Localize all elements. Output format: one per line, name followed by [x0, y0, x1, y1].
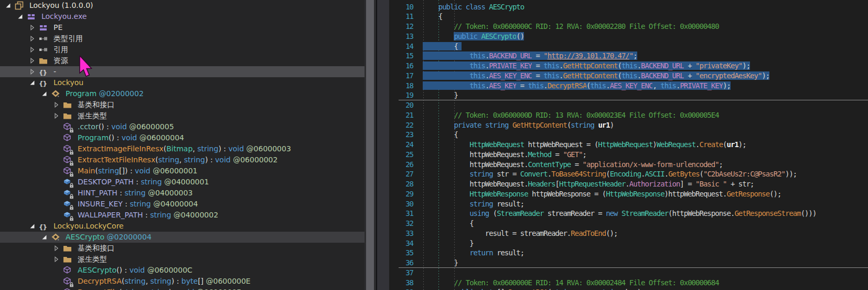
method-private-icon	[63, 144, 72, 153]
tree-row[interactable]: 资源	[0, 55, 365, 66]
code-line[interactable]	[389, 268, 868, 278]
field-private-icon	[63, 189, 72, 198]
code-line method-separator-line[interactable]: }	[389, 90, 868, 100]
assembly-icon	[15, 1, 24, 10]
tree-row[interactable]: ExtractTextFileInResx(string, string) : …	[0, 154, 365, 165]
code-line method-separator-line[interactable]: }	[389, 258, 868, 268]
code-line[interactable]: public class AESCrypto	[389, 2, 868, 12]
code-line[interactable]: this.PRIVATE_KEY = this.GetHttpContent(t…	[389, 61, 868, 71]
tree-row[interactable]: ExtractImageFileInResx(Bitmap, string) :…	[0, 143, 365, 154]
tree-row[interactable]: DecryptRSA(string, string) : byte[] @060…	[0, 276, 365, 287]
code-line[interactable]: this.BACKEND_URL = "http://39.101.170.47…	[389, 51, 868, 61]
tree-item-label: DecryptFile(string, string) : void @0600…	[78, 287, 241, 290]
tree-item-label: DecryptRSA(string, string) : byte[] @060…	[78, 276, 251, 287]
assembly-explorer-panel[interactable]: Lockyou (1.0.0.0)Lockyou.exePE类型引用引用资源{}…	[0, 0, 365, 290]
tree-row[interactable]: {}-	[0, 66, 365, 77]
code-line[interactable]: {	[389, 42, 868, 51]
tree-row[interactable]: Program() : void @06000004	[0, 132, 365, 143]
expander-collapsed-icon[interactable]	[29, 36, 35, 42]
tree-item-label: HINT_PATH : string @04000003	[78, 188, 192, 199]
tree-row[interactable]: Lockyou (1.0.0.0)	[0, 0, 365, 11]
code-line[interactable]: // Token: 0x0600000E RID: 14 RVA: 0x0000…	[389, 278, 868, 288]
expander-open-icon[interactable]	[29, 223, 35, 229]
code-line[interactable]: {	[389, 219, 868, 229]
field-private-icon	[63, 178, 72, 187]
tree-scrollbar-thumb[interactable]	[366, 0, 374, 290]
code-line[interactable]: // Token: 0x0600000C RID: 12 RVA: 0x0000…	[389, 22, 868, 32]
module-icon	[27, 12, 36, 21]
code-line[interactable]: }	[389, 239, 868, 248]
tree-item-label: .cctor() : void @06000005	[78, 121, 174, 132]
code-line[interactable]: {	[389, 130, 868, 140]
tree-row[interactable]: {}Lockyou	[0, 77, 365, 88]
tree-row[interactable]: DESKTOP_PATH : string @04000001	[0, 177, 365, 188]
tree-row[interactable]: .cctor() : void @06000005	[0, 121, 365, 132]
code-line[interactable]: string result;	[389, 199, 868, 209]
breakpoint-glyph-margin[interactable]	[377, 0, 389, 290]
code-line[interactable]: public AESCrypto()	[389, 32, 868, 42]
expander-collapsed-icon[interactable]	[29, 25, 35, 30]
expander-open-icon[interactable]	[5, 3, 11, 8]
tree-row[interactable]: 派生类型	[0, 254, 365, 265]
decompiled-code[interactable]: public class AESCrypto { // Token: 0x060…	[389, 2, 868, 290]
tree-item-label: AESCrypto @02000004	[66, 232, 152, 243]
mouse-cursor	[79, 56, 94, 79]
tree-row[interactable]: PE	[0, 22, 365, 33]
code-line[interactable]: result = streamReader.ReadToEnd();	[389, 229, 868, 239]
folder-icon	[63, 100, 72, 109]
expander-collapsed-icon[interactable]	[29, 58, 35, 64]
expander-collapsed-icon[interactable]	[29, 47, 35, 53]
tree-row[interactable]: 引用	[0, 44, 365, 55]
code-line[interactable]	[389, 100, 868, 110]
method-private-icon	[63, 277, 72, 286]
code-line[interactable]: HttpWebRequest httpWebRequest = (HttpWeb…	[389, 140, 868, 150]
code-editor-panel[interactable]: 1011121314151617181920212223242526272829…	[389, 0, 868, 290]
folder-icon	[63, 255, 72, 264]
references-icon	[39, 34, 48, 43]
tree-row[interactable]: AESCrypto @02000004	[0, 232, 365, 243]
code-line[interactable]: HttpWebResponse httpWebResponse = (HttpW…	[389, 189, 868, 199]
tree-row[interactable]: HINT_PATH : string @04000003	[0, 188, 365, 199]
tree-row[interactable]: AESCrypto() : void @0600000C	[0, 265, 365, 276]
code-line[interactable]: private string GetHttpContent(string ur1…	[389, 120, 868, 130]
tree-row[interactable]: 基类和接口	[0, 243, 365, 254]
tree-row[interactable]: DecryptFile(string, string) : void @0600…	[0, 287, 365, 290]
code-line[interactable]: public byte[] DecryptRSA(string src, str…	[389, 287, 868, 290]
tree-item-label: DESKTOP_PATH : string @04000001	[78, 177, 209, 188]
code-line[interactable]: httpWebRequest.Headers[HttpRequestHeader…	[389, 179, 868, 189]
tree-item-label: 基类和接口	[78, 99, 114, 110]
tree-item-label: Program() : void @06000004	[78, 132, 184, 143]
tree-row[interactable]: 派生类型	[0, 110, 365, 121]
tree-row[interactable]: WALLPAPER_PATH : string @04000002	[0, 210, 365, 221]
expander-open-icon[interactable]	[17, 14, 23, 19]
tree-item-label: 基类和接口	[78, 243, 114, 254]
code-line[interactable]: httpWebRequest.ContentType = "applicatio…	[389, 160, 868, 170]
method-icon	[63, 133, 72, 142]
tree-row[interactable]: {}Lockyou.LockyCore	[0, 221, 365, 232]
code-line[interactable]: this.AES_KEY_ENC = this.GetHttpContent(t…	[389, 71, 868, 81]
code-line[interactable]: // Token: 0x0600000D RID: 13 RVA: 0x0000…	[389, 110, 868, 120]
expander-collapsed-icon[interactable]	[53, 113, 59, 119]
code-line[interactable]: string str = Convert.ToBase64String(Enco…	[389, 169, 868, 179]
expander-open-icon[interactable]	[41, 234, 47, 240]
code-line[interactable]: {	[389, 12, 868, 22]
tree-item-label: Lockyou	[53, 77, 83, 88]
expander-collapsed-icon[interactable]	[53, 245, 59, 251]
code-line[interactable]: using (StreamReader streamReader = new S…	[389, 209, 868, 219]
tree-row[interactable]: 基类和接口	[0, 99, 365, 110]
expander-open-icon[interactable]	[41, 91, 47, 97]
tree-row[interactable]: 类型引用	[0, 33, 365, 44]
code-line[interactable]: httpWebRequest.Method = "GET";	[389, 150, 868, 160]
expander-collapsed-icon[interactable]	[53, 102, 59, 108]
tree-row[interactable]: Lockyou.exe	[0, 11, 365, 22]
tree-row[interactable]: INSURE_KEY : string @04000004	[0, 199, 365, 210]
expander-open-icon[interactable]	[29, 80, 35, 86]
tree-row[interactable]: Program @02000002	[0, 88, 365, 99]
tree-item-label: ExtractImageFileInResx(Bitmap, string) :…	[78, 143, 291, 154]
expander-collapsed-icon[interactable]	[53, 256, 59, 262]
tree-row[interactable]: Main(string[]) : void @06000001	[0, 165, 365, 177]
code-line[interactable]: this.AES_KEY = this.DecryptRSA(this.AES_…	[389, 81, 868, 91]
tree-vertical-scrollbar[interactable]	[365, 0, 376, 290]
expander-collapsed-icon[interactable]	[29, 69, 35, 75]
code-line[interactable]: return result;	[389, 248, 868, 258]
